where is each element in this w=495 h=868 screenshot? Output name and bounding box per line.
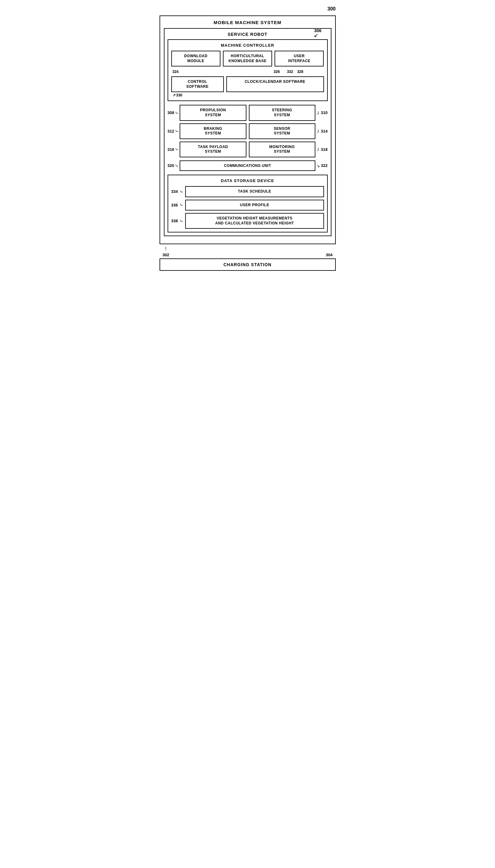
user-profile-row: 336 ⤷ USER PROFILE xyxy=(171,200,324,211)
vegetation-height-row: 338 ⤷ VEGETATION HEIGHT MEASUREMENTSAND … xyxy=(171,213,324,229)
ref-316: 316 xyxy=(168,147,174,152)
mobile-machine-system-box: MOBILE MACHINE SYSTEM SERVICE ROBOT 306 … xyxy=(159,15,336,244)
data-storage-title: DATA STORAGE DEVICE xyxy=(171,178,324,183)
ref-320: 320 xyxy=(168,163,174,168)
service-robot-box: SERVICE ROBOT 306 ↙ MACHINE CONTROLLER D… xyxy=(164,28,331,236)
machine-controller-title: MACHINE CONTROLLER xyxy=(171,43,324,48)
ref-336: 336 xyxy=(171,203,178,207)
ref-300: 300 xyxy=(327,6,336,12)
task-schedule-row: 334 ⤷ TASK SCHEDULE xyxy=(171,186,324,197)
sensor-system-box: SENSORSYSTEM xyxy=(249,123,315,139)
ref-334: 334 xyxy=(171,189,178,194)
mc-bottom-row: CONTROLSOFTWARE CLOCK/CALENDAR SOFTWARE xyxy=(171,76,324,92)
user-profile-box: USER PROFILE xyxy=(185,200,324,211)
horticultural-knowledge-box: HORTICULTURALKNOWLEDGE BASE xyxy=(223,51,272,67)
monitoring-system-box: MONITORINGSYSTEM xyxy=(249,142,315,157)
arrow-306: ↙ xyxy=(314,33,319,38)
ref-314: 314 xyxy=(321,129,328,134)
charging-station-box: CHARGING STATION xyxy=(159,258,336,271)
communications-row: 320 ⤷ COMMUNICATIONS UNIT ↘ 322 xyxy=(168,160,328,171)
propulsion-system-box: PROPULSIONSYSTEM xyxy=(180,105,246,121)
ref-322: 322 xyxy=(321,163,328,168)
bottom-ref-area: ↑ 302 304 xyxy=(159,244,336,258)
ref-304: 304 xyxy=(326,253,333,257)
download-module-box: DOWNLOADMODULE xyxy=(171,51,220,67)
clock-calendar-box: CLOCK/CALENDAR SOFTWARE xyxy=(226,76,324,92)
systems-section: 308 ⤷ PROPULSIONSYSTEM STEERINGSYSTEM ⤸ … xyxy=(168,105,328,157)
ref-310: 310 xyxy=(321,110,328,115)
task-schedule-box: TASK SCHEDULE xyxy=(185,186,324,197)
ref-326: 326 xyxy=(274,70,280,74)
ref-332: 332 xyxy=(287,70,293,74)
ref-338: 338 xyxy=(171,219,178,223)
mobile-machine-system-title: MOBILE MACHINE SYSTEM xyxy=(164,20,331,25)
data-storage-box: DATA STORAGE DEVICE 334 ⤷ TASK SCHEDULE … xyxy=(168,175,328,232)
ref-308: 308 xyxy=(168,110,174,115)
user-interface-box: USERINTERFACE xyxy=(275,51,324,67)
braking-system-box: BRAKINGSYSTEM xyxy=(180,123,246,139)
diagram-container: 300 MOBILE MACHINE SYSTEM SERVICE ROBOT … xyxy=(159,6,336,271)
ref-312: 312 xyxy=(168,129,174,134)
service-robot-title: SERVICE ROBOT xyxy=(227,32,268,37)
ref-328: 328 xyxy=(297,70,303,74)
ref-302: 302 xyxy=(163,253,169,257)
communications-unit-box: COMMUNICATIONS UNIT xyxy=(180,160,315,171)
control-software-box: CONTROLSOFTWARE xyxy=(171,76,224,92)
ref-330: 330 xyxy=(176,93,183,98)
machine-controller-box: MACHINE CONTROLLER DOWNLOADMODULE HORTIC… xyxy=(168,39,328,101)
steering-system-box: STEERINGSYSTEM xyxy=(249,105,315,121)
vegetation-height-box: VEGETATION HEIGHT MEASUREMENTSAND CALCUL… xyxy=(185,213,324,229)
mc-top-row: DOWNLOADMODULE HORTICULTURALKNOWLEDGE BA… xyxy=(171,51,324,67)
task-payload-system-box: TASK PAYLOADSYSTEM xyxy=(180,142,246,157)
ref-318: 318 xyxy=(321,147,328,152)
ref-324: 324 xyxy=(172,70,179,74)
